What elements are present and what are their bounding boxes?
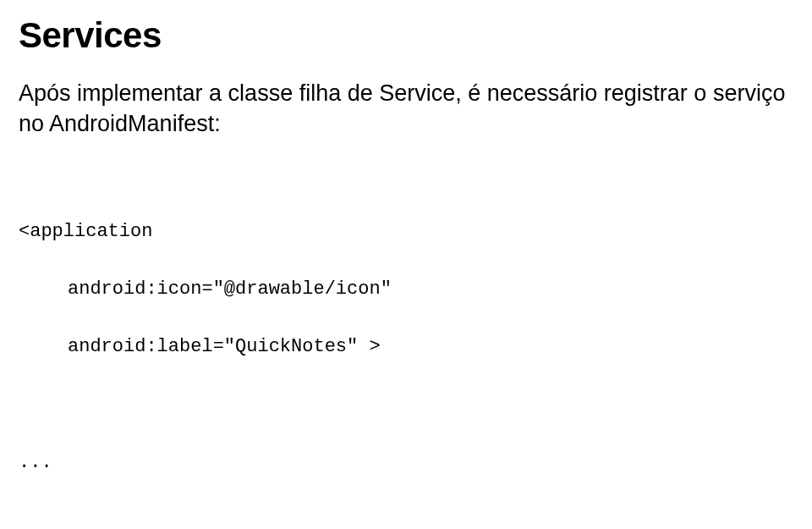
intro-paragraph: Após implementar a classe filha de Servi… xyxy=(19,78,793,140)
code-line-android-icon: android:icon="@drawable/icon" xyxy=(19,275,793,304)
code-line-application-open: <application xyxy=(19,218,793,246)
code-line-ellipsis: ... xyxy=(19,449,793,477)
code-line-android-label: android:label="QuickNotes" > xyxy=(19,333,793,361)
code-block: <application android:icon="@drawable/ico… xyxy=(19,189,793,529)
slide-title: Services xyxy=(19,15,793,56)
